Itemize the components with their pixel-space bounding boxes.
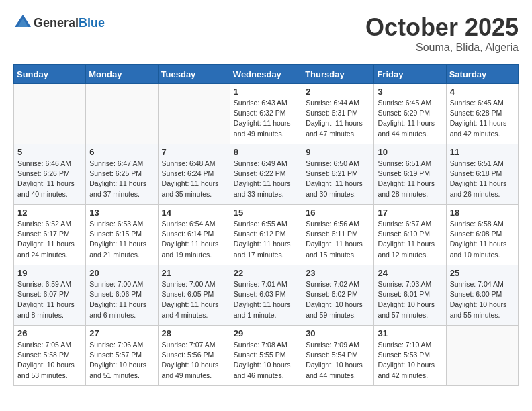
day-number: 16 bbox=[306, 208, 370, 218]
day-cell bbox=[86, 84, 158, 144]
day-info: Sunrise: 7:07 AM Sunset: 5:56 PM Dayligh… bbox=[162, 340, 226, 381]
day-info: Sunrise: 6:51 AM Sunset: 6:19 PM Dayligh… bbox=[378, 158, 442, 199]
day-number: 22 bbox=[234, 268, 298, 278]
day-number: 27 bbox=[89, 328, 154, 338]
day-cell: 7Sunrise: 6:48 AM Sunset: 6:24 PM Daylig… bbox=[158, 144, 230, 205]
day-number: 13 bbox=[89, 208, 154, 218]
day-cell: 25Sunrise: 7:04 AM Sunset: 6:00 PM Dayli… bbox=[446, 265, 518, 326]
week-row-4: 19Sunrise: 6:59 AM Sunset: 6:07 PM Dayli… bbox=[14, 265, 519, 326]
day-number: 31 bbox=[378, 328, 442, 338]
day-number: 6 bbox=[89, 147, 154, 157]
day-number: 1 bbox=[234, 87, 298, 97]
header-tuesday: Tuesday bbox=[158, 65, 230, 84]
week-row-2: 5Sunrise: 6:46 AM Sunset: 6:26 PM Daylig… bbox=[14, 144, 519, 205]
day-cell: 18Sunrise: 6:58 AM Sunset: 6:08 PM Dayli… bbox=[446, 205, 518, 265]
day-number: 26 bbox=[17, 328, 82, 338]
day-cell: 1Sunrise: 6:43 AM Sunset: 6:32 PM Daylig… bbox=[230, 84, 302, 144]
day-number: 2 bbox=[306, 87, 370, 97]
day-info: Sunrise: 6:46 AM Sunset: 6:26 PM Dayligh… bbox=[17, 158, 82, 199]
day-info: Sunrise: 6:47 AM Sunset: 6:25 PM Dayligh… bbox=[89, 158, 154, 199]
week-row-5: 26Sunrise: 7:05 AM Sunset: 5:58 PM Dayli… bbox=[14, 326, 519, 386]
day-info: Sunrise: 7:01 AM Sunset: 6:03 PM Dayligh… bbox=[234, 279, 298, 320]
day-info: Sunrise: 7:00 AM Sunset: 6:05 PM Dayligh… bbox=[162, 279, 226, 320]
day-cell: 31Sunrise: 7:10 AM Sunset: 5:53 PM Dayli… bbox=[374, 326, 446, 386]
logo-text-blue: Blue bbox=[79, 16, 105, 30]
day-number: 4 bbox=[450, 87, 515, 97]
day-cell: 19Sunrise: 6:59 AM Sunset: 6:07 PM Dayli… bbox=[14, 265, 86, 326]
day-info: Sunrise: 6:55 AM Sunset: 6:12 PM Dayligh… bbox=[234, 219, 298, 260]
day-info: Sunrise: 7:08 AM Sunset: 5:55 PM Dayligh… bbox=[234, 340, 298, 381]
day-info: Sunrise: 6:50 AM Sunset: 6:21 PM Dayligh… bbox=[306, 158, 370, 199]
day-cell: 29Sunrise: 7:08 AM Sunset: 5:55 PM Dayli… bbox=[230, 326, 302, 386]
day-info: Sunrise: 6:45 AM Sunset: 6:28 PM Dayligh… bbox=[450, 98, 515, 139]
day-info: Sunrise: 7:03 AM Sunset: 6:01 PM Dayligh… bbox=[378, 279, 442, 320]
day-number: 24 bbox=[378, 268, 442, 278]
day-cell: 16Sunrise: 6:56 AM Sunset: 6:11 PM Dayli… bbox=[302, 205, 374, 265]
header-sunday: Sunday bbox=[14, 65, 86, 84]
calendar-header-row: SundayMondayTuesdayWednesdayThursdayFrid… bbox=[14, 65, 519, 84]
day-info: Sunrise: 7:09 AM Sunset: 5:54 PM Dayligh… bbox=[306, 340, 370, 381]
day-info: Sunrise: 7:05 AM Sunset: 5:58 PM Dayligh… bbox=[17, 340, 82, 381]
day-info: Sunrise: 7:00 AM Sunset: 6:06 PM Dayligh… bbox=[89, 279, 154, 320]
day-cell: 10Sunrise: 6:51 AM Sunset: 6:19 PM Dayli… bbox=[374, 144, 446, 205]
day-number: 14 bbox=[162, 208, 226, 218]
day-info: Sunrise: 6:45 AM Sunset: 6:29 PM Dayligh… bbox=[378, 98, 442, 139]
day-cell: 6Sunrise: 6:47 AM Sunset: 6:25 PM Daylig… bbox=[86, 144, 158, 205]
title-area: October 2025 Souma, Blida, Algeria bbox=[365, 13, 519, 54]
day-number: 21 bbox=[162, 268, 226, 278]
day-number: 20 bbox=[89, 268, 154, 278]
day-cell: 13Sunrise: 6:53 AM Sunset: 6:15 PM Dayli… bbox=[86, 205, 158, 265]
day-cell: 23Sunrise: 7:02 AM Sunset: 6:02 PM Dayli… bbox=[302, 265, 374, 326]
day-number: 15 bbox=[234, 208, 298, 218]
header-friday: Friday bbox=[374, 65, 446, 84]
day-cell bbox=[446, 326, 518, 386]
day-number: 9 bbox=[306, 147, 370, 157]
day-number: 3 bbox=[378, 87, 442, 97]
day-cell: 17Sunrise: 6:57 AM Sunset: 6:10 PM Dayli… bbox=[374, 205, 446, 265]
day-cell: 22Sunrise: 7:01 AM Sunset: 6:03 PM Dayli… bbox=[230, 265, 302, 326]
day-number: 30 bbox=[306, 328, 370, 338]
day-cell: 12Sunrise: 6:52 AM Sunset: 6:17 PM Dayli… bbox=[14, 205, 86, 265]
day-info: Sunrise: 7:10 AM Sunset: 5:53 PM Dayligh… bbox=[378, 340, 442, 381]
day-number: 11 bbox=[450, 147, 515, 157]
day-number: 5 bbox=[17, 147, 82, 157]
day-number: 17 bbox=[378, 208, 442, 218]
header-thursday: Thursday bbox=[302, 65, 374, 84]
header-wednesday: Wednesday bbox=[230, 65, 302, 84]
day-number: 25 bbox=[450, 268, 515, 278]
day-number: 18 bbox=[450, 208, 515, 218]
day-cell: 21Sunrise: 7:00 AM Sunset: 6:05 PM Dayli… bbox=[158, 265, 230, 326]
day-cell: 27Sunrise: 7:06 AM Sunset: 5:57 PM Dayli… bbox=[86, 326, 158, 386]
day-info: Sunrise: 6:52 AM Sunset: 6:17 PM Dayligh… bbox=[17, 219, 82, 260]
day-number: 23 bbox=[306, 268, 370, 278]
day-info: Sunrise: 6:56 AM Sunset: 6:11 PM Dayligh… bbox=[306, 219, 370, 260]
day-cell bbox=[158, 84, 230, 144]
calendar-table: SundayMondayTuesdayWednesdayThursdayFrid… bbox=[13, 64, 519, 386]
day-cell: 30Sunrise: 7:09 AM Sunset: 5:54 PM Dayli… bbox=[302, 326, 374, 386]
day-number: 29 bbox=[234, 328, 298, 338]
day-cell: 20Sunrise: 7:00 AM Sunset: 6:06 PM Dayli… bbox=[86, 265, 158, 326]
week-row-3: 12Sunrise: 6:52 AM Sunset: 6:17 PM Dayli… bbox=[14, 205, 519, 265]
day-number: 19 bbox=[17, 268, 82, 278]
header-saturday: Saturday bbox=[446, 65, 518, 84]
day-info: Sunrise: 7:04 AM Sunset: 6:00 PM Dayligh… bbox=[450, 279, 515, 320]
day-info: Sunrise: 6:59 AM Sunset: 6:07 PM Dayligh… bbox=[17, 279, 82, 320]
day-info: Sunrise: 6:43 AM Sunset: 6:32 PM Dayligh… bbox=[234, 98, 298, 139]
day-cell: 11Sunrise: 6:51 AM Sunset: 6:18 PM Dayli… bbox=[446, 144, 518, 205]
day-info: Sunrise: 6:58 AM Sunset: 6:08 PM Dayligh… bbox=[450, 219, 515, 260]
day-info: Sunrise: 6:53 AM Sunset: 6:15 PM Dayligh… bbox=[89, 219, 154, 260]
day-cell: 15Sunrise: 6:55 AM Sunset: 6:12 PM Dayli… bbox=[230, 205, 302, 265]
page-header: GeneralBlue October 2025 Souma, Blida, A… bbox=[13, 13, 519, 54]
day-info: Sunrise: 6:48 AM Sunset: 6:24 PM Dayligh… bbox=[162, 158, 226, 199]
day-info: Sunrise: 6:49 AM Sunset: 6:22 PM Dayligh… bbox=[234, 158, 298, 199]
day-info: Sunrise: 7:06 AM Sunset: 5:57 PM Dayligh… bbox=[89, 340, 154, 381]
location: Souma, Blida, Algeria bbox=[365, 42, 519, 54]
logo-icon bbox=[13, 13, 32, 32]
day-cell: 28Sunrise: 7:07 AM Sunset: 5:56 PM Dayli… bbox=[158, 326, 230, 386]
day-cell: 5Sunrise: 6:46 AM Sunset: 6:26 PM Daylig… bbox=[14, 144, 86, 205]
day-info: Sunrise: 6:57 AM Sunset: 6:10 PM Dayligh… bbox=[378, 219, 442, 260]
day-cell: 4Sunrise: 6:45 AM Sunset: 6:28 PM Daylig… bbox=[446, 84, 518, 144]
day-number: 28 bbox=[162, 328, 226, 338]
day-cell: 9Sunrise: 6:50 AM Sunset: 6:21 PM Daylig… bbox=[302, 144, 374, 205]
day-info: Sunrise: 6:51 AM Sunset: 6:18 PM Dayligh… bbox=[450, 158, 515, 199]
